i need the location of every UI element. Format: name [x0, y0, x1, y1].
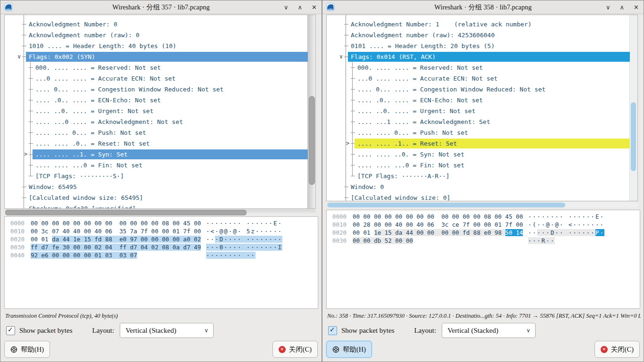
show-packet-bytes-label: Show packet bytes — [341, 327, 394, 335]
tree-row-text: .... .... 0... = Push: Not set — [33, 128, 308, 138]
tree-row[interactable]: >.... .... ..1. = Syn: Set — [5, 149, 308, 160]
tree-row-text: .... ..0. .... = Urgent: Not set — [355, 106, 630, 116]
show-packet-bytes-checkbox[interactable] — [328, 326, 337, 335]
tree-row[interactable]: .... .... ...0 = Fin: Not set — [327, 160, 630, 171]
layout-dropdown-value: Vertical (Stacked) — [447, 327, 498, 334]
tree-row-text: Window: 0 — [348, 182, 630, 192]
tree-row[interactable]: 000. .... .... = Reserved: Not set — [327, 62, 630, 73]
tree-row[interactable]: Window: 0 — [327, 181, 630, 192]
chevron-collapsed-icon[interactable]: > — [24, 149, 27, 160]
tree-row[interactable]: .... .... .0.. = Reset: Not set — [5, 138, 308, 149]
close-icon[interactable]: ✕ — [312, 4, 317, 11]
tree-row[interactable]: 000. .... .... = Reserved: Not set — [5, 62, 308, 73]
help-button[interactable]: 帮助(H) — [4, 341, 50, 358]
tree-row[interactable]: ∨Flags: 0x014 (RST, ACK) — [327, 51, 630, 62]
tree-row[interactable]: .... ...1 .... = Acknowledgment: Set — [327, 116, 630, 127]
hex-row[interactable]: 004092 e6 00 00 00 00 01 03 03 07·······… — [10, 251, 318, 259]
tree-row[interactable]: .... ...0 .... = Acknowledgment: Not set — [5, 116, 308, 127]
tree-row[interactable]: Window: 65495 — [5, 181, 308, 192]
tree-row[interactable]: Checksum: 0xfe30 [unverified] — [5, 203, 308, 209]
hex-offset: 0030 — [10, 243, 26, 251]
close-button[interactable]: ✕ 关闭(C) — [594, 341, 640, 358]
packet-detail-pane: Acknowledgment Number: 0Acknowledgment n… — [4, 15, 316, 209]
tree-row[interactable]: .... 0... .... = Congestion Window Reduc… — [327, 84, 630, 95]
tree-row[interactable]: [Calculated window size: 0] — [327, 192, 630, 201]
hex-bytes: 00 00 00 00 00 00 00 00 00 00 00 00 08 0… — [31, 219, 206, 227]
vertical-scrollbar[interactable] — [307, 15, 315, 208]
hex-offset: 0020 — [10, 235, 26, 243]
titlebar[interactable]: Wireshark · 分组 358 · lib7.pcapng ∨ ∧ ✕ — [322, 0, 644, 14]
hex-row[interactable]: 002000 01 1e 15 da 44 00 00 00 00 fd 88 … — [332, 229, 640, 237]
hex-bytes: 00 28 00 00 40 00 40 06 3c ce 7f 00 00 0… — [353, 221, 528, 229]
hex-offset: 0010 — [10, 227, 26, 235]
scrollbar-thumb[interactable] — [309, 96, 315, 185]
tree-row[interactable]: .... 0... .... = Congestion Window Reduc… — [5, 84, 308, 95]
chevron-collapsed-icon[interactable]: > — [346, 138, 349, 149]
hex-ascii: ···D···· ········ — [206, 235, 282, 243]
tree-row-text: .... .... ...0 = Fin: Not set — [33, 160, 308, 170]
hex-row[interactable]: 002000 01 da 44 1e 15 fd 88 e0 97 00 00 … — [10, 235, 318, 243]
tree-row[interactable]: Acknowledgment number (raw): 4253606040 — [327, 30, 630, 41]
tree-row[interactable]: ∨Flags: 0x002 (SYN) — [5, 51, 308, 62]
scrollbar-thumb[interactable] — [327, 203, 565, 207]
tree-row[interactable]: 0101 .... = Header Length: 20 bytes (5) — [327, 41, 630, 51]
vertical-scrollbar[interactable] — [629, 15, 637, 201]
tree-row-text: ...0 .... .... = Accurate ECN: Not set — [355, 74, 630, 83]
hex-row[interactable]: 000000 00 00 00 00 00 00 00 00 00 00 00 … — [10, 219, 318, 227]
tree-row-text: [TCP Flags: ·······A·R··] — [355, 171, 630, 181]
minimize-icon[interactable]: ∨ — [606, 4, 611, 11]
hex-bytes: 00 3c 07 40 40 00 40 06 35 7a 7f 00 00 0… — [31, 227, 206, 235]
tree-row[interactable]: .... .... ..0. = Syn: Not set — [327, 149, 630, 160]
hex-row[interactable]: 000000 00 00 00 00 00 00 00 00 00 00 00 … — [332, 213, 640, 221]
tree-row[interactable]: Acknowledgment Number: 0 — [5, 19, 308, 30]
tree-row[interactable]: .... .0.. .... = ECN-Echo: Not set — [5, 95, 308, 106]
hex-ascii: ···R·· — [528, 237, 555, 245]
tree-row[interactable]: Acknowledgment Number: 1 (relative ack n… — [327, 19, 630, 30]
titlebar[interactable]: Wireshark · 分组 357 · lib7.pcapng ∨ ∧ ✕ — [0, 0, 322, 14]
help-button[interactable]: 帮助(H) — [326, 341, 372, 358]
tree-row[interactable]: .... .... ...0 = Fin: Not set — [5, 160, 308, 171]
close-circle-icon: ✕ — [279, 346, 286, 353]
tree-row[interactable]: [TCP Flags: ·······A·R··] — [327, 171, 630, 181]
hex-row[interactable]: 001000 28 00 00 40 00 40 06 3c ce 7f 00 … — [332, 221, 640, 229]
tree-row[interactable]: .... .0.. .... = ECN-Echo: Not set — [327, 95, 630, 106]
tree-row-text: Acknowledgment number (raw): 0 — [26, 30, 308, 40]
layout-dropdown[interactable]: Vertical (Stacked) ∨ — [120, 323, 214, 338]
close-button[interactable]: ✕ 关闭(C) — [272, 341, 318, 358]
tree-row-text: .... ...0 .... = Acknowledgment: Not set — [33, 117, 308, 127]
tree-row-text: .... .... ..1. = Syn: Set — [33, 149, 308, 159]
tree-row[interactable]: [Calculated window size: 65495] — [5, 192, 308, 203]
tree-row[interactable]: Acknowledgment number (raw): 0 — [5, 30, 308, 41]
hex-offset: 0000 — [10, 219, 26, 227]
horizontal-scrollbar[interactable] — [326, 202, 638, 208]
show-packet-bytes-checkbox[interactable] — [6, 326, 15, 335]
tree-row[interactable]: ...0 .... .... = Accurate ECN: Not set — [327, 73, 630, 84]
layout-dropdown[interactable]: Vertical (Stacked) ∨ — [442, 323, 536, 338]
tree-row-text: 000. .... .... = Reserved: Not set — [33, 63, 308, 73]
close-icon[interactable]: ✕ — [634, 4, 639, 11]
tree-row[interactable]: 1010 .... = Header Length: 40 bytes (10) — [5, 41, 308, 51]
maximize-icon[interactable]: ∧ — [298, 4, 303, 11]
chevron-expanded-icon[interactable]: ∨ — [17, 51, 21, 62]
tree-row-text: .... .... .0.. = Reset: Not set — [33, 139, 308, 148]
tree-row[interactable]: >.... .... .1.. = Reset: Set — [327, 138, 630, 149]
tree-row[interactable]: [TCP Flags: ·········S·] — [5, 171, 308, 181]
hex-row[interactable]: 003000 00 db 52 00 00···R·· — [332, 237, 640, 245]
tree-row[interactable]: .... ..0. .... = Urgent: Not set — [327, 106, 630, 116]
hex-row[interactable]: 0030ff d7 fe 30 00 00 02 04 ff d7 04 02 … — [10, 243, 318, 251]
tree-row-text: .... .0.. .... = ECN-Echo: Not set — [33, 95, 308, 105]
minimize-icon[interactable]: ∨ — [284, 4, 289, 11]
scrollbar-thumb[interactable] — [5, 210, 247, 215]
tree-row[interactable]: ...0 .... .... = Accurate ECN: Not set — [5, 73, 308, 84]
scrollbar-thumb[interactable] — [631, 102, 636, 171]
maximize-icon[interactable]: ∧ — [620, 4, 625, 11]
horizontal-scrollbar[interactable] — [4, 209, 316, 215]
chevron-expanded-icon[interactable]: ∨ — [339, 51, 343, 62]
close-button-label: 关闭(C) — [611, 345, 634, 354]
tree-row[interactable]: .... .... 0... = Push: Not set — [327, 127, 630, 138]
help-lifebuoy-icon — [332, 346, 339, 353]
hex-row[interactable]: 001000 3c 07 40 40 00 40 06 35 7a 7f 00 … — [10, 227, 318, 235]
tree-row[interactable]: .... ..0. .... = Urgent: Not set — [5, 106, 308, 116]
help-lifebuoy-icon — [10, 346, 17, 353]
tree-row[interactable]: .... .... 0... = Push: Not set — [5, 127, 308, 138]
